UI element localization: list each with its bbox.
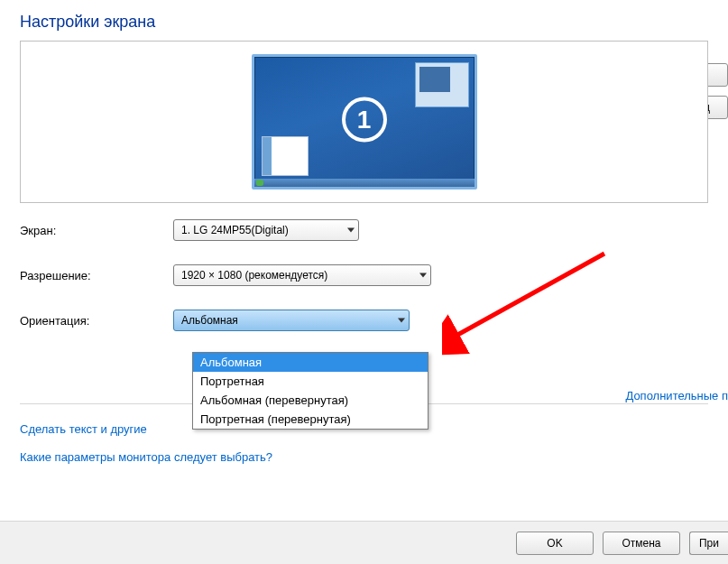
mini-document-icon	[262, 136, 309, 176]
mini-taskbar-icon	[254, 179, 475, 187]
orientation-option[interactable]: Портретная	[193, 372, 428, 391]
orientation-dropdown-list[interactable]: Альбомная Портретная Альбомная (переверн…	[192, 352, 429, 430]
cancel-button[interactable]: Отмена	[603, 532, 680, 555]
resolution-dropdown-value: 1920 × 1080 (рекомендуется)	[181, 269, 327, 282]
orientation-dropdown[interactable]: Альбомная	[173, 310, 410, 331]
resolution-label: Разрешение:	[20, 269, 173, 282]
monitor-preview[interactable]: 1	[252, 54, 477, 190]
orientation-option[interactable]: Альбомная (перевернутая)	[193, 391, 428, 410]
monitor-number-badge: 1	[342, 97, 387, 143]
screen-dropdown[interactable]: 1. LG 24MP55(Digital)	[173, 219, 359, 241]
chevron-down-icon	[398, 319, 405, 323]
orientation-label: Ориентация:	[20, 314, 173, 328]
monitor-preview-area: 1	[20, 41, 708, 203]
orientation-option[interactable]: Портретная (перевернутая)	[193, 410, 428, 429]
advanced-settings-link[interactable]: Дополнительные п	[614, 389, 728, 402]
screen-label: Экран:	[20, 224, 173, 237]
resolution-dropdown[interactable]: 1920 × 1080 (рекомендуется)	[173, 264, 431, 286]
mini-window-icon	[415, 62, 469, 107]
which-params-link[interactable]: Какие параметры монитора следует выбрать…	[20, 450, 708, 464]
chevron-down-icon	[347, 228, 355, 233]
apply-button[interactable]: При	[689, 532, 728, 555]
page-title: Настройки экрана	[0, 0, 728, 41]
orientation-dropdown-value: Альбомная	[181, 314, 238, 327]
dialog-button-bar: OK Отмена При	[0, 521, 728, 564]
chevron-down-icon	[419, 273, 427, 278]
ok-button[interactable]: OK	[516, 532, 594, 555]
screen-dropdown-value: 1. LG 24MP55(Digital)	[181, 224, 289, 236]
orientation-option[interactable]: Альбомная	[193, 353, 428, 372]
